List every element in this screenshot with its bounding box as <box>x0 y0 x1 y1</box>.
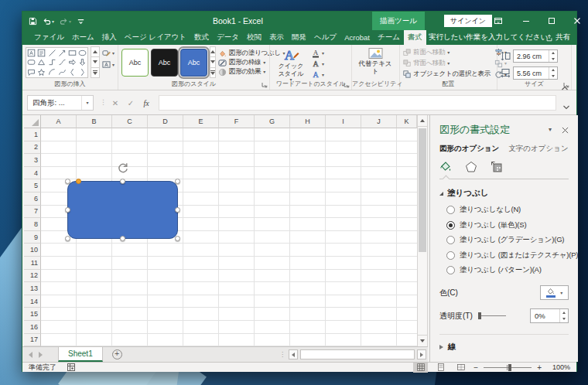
normal-view-button[interactable] <box>413 363 428 373</box>
gallery-scroll-down-button[interactable] <box>91 56 100 67</box>
ribbon-tab[interactable]: ページ レイアウト <box>121 30 190 45</box>
line-arrow-icon[interactable] <box>57 48 67 58</box>
line-icon[interactable] <box>46 48 56 58</box>
alt-text-button[interactable]: 代替テキスト <box>355 47 395 75</box>
bring-forward-button[interactable]: 前面へ移動 ▾ <box>403 48 491 57</box>
tell-me-box[interactable]: 実行したい作業を入力してください <box>419 30 548 45</box>
text-fill-button[interactable]: A ▾ <box>311 49 324 58</box>
transparency-slider-thumb[interactable] <box>478 312 481 319</box>
column-header[interactable]: D <box>148 115 183 128</box>
fill-and-line-icon[interactable] <box>439 161 452 173</box>
row-header[interactable]: 9 <box>24 231 41 244</box>
vertical-text-box-icon[interactable] <box>36 48 46 58</box>
vertical-scrollbar-thumb[interactable] <box>419 128 426 252</box>
cancel-button[interactable]: ✕ <box>108 99 123 107</box>
send-backward-button[interactable]: 背面へ移動 ▾ <box>403 59 491 68</box>
brace-right-icon[interactable] <box>77 67 87 77</box>
shape-style-preset[interactable]: Abc <box>121 49 149 77</box>
transparency-slider[interactable] <box>478 315 506 316</box>
next-sheet-button[interactable] <box>39 352 43 358</box>
row-header[interactable]: 3 <box>24 154 41 167</box>
resize-handle-se[interactable] <box>175 236 180 241</box>
ribbon-tab[interactable]: 挿入 <box>98 30 121 45</box>
fill-option-radio[interactable]: 塗りつぶしなし(N) <box>446 205 569 215</box>
maximize-button[interactable] <box>540 12 563 30</box>
triangle-icon[interactable] <box>36 58 46 68</box>
row-header[interactable]: 17 <box>24 334 41 347</box>
save-button[interactable] <box>29 17 37 26</box>
width-stepper[interactable] <box>549 67 557 79</box>
row-header[interactable]: 15 <box>24 308 41 321</box>
row-header[interactable]: 10 <box>24 244 41 257</box>
brace-left-icon[interactable] <box>67 67 77 77</box>
accessibility-checker-icon[interactable] <box>67 363 75 371</box>
oval-icon[interactable] <box>77 48 87 58</box>
insert-function-button[interactable]: fx <box>138 99 154 107</box>
row-header[interactable]: 8 <box>24 218 41 231</box>
text-outline-button[interactable]: A ▾ <box>311 60 324 69</box>
curved-connector-icon[interactable] <box>57 58 67 68</box>
dialog-launcher-icon[interactable] <box>344 82 350 88</box>
vertical-scrollbar[interactable] <box>417 115 428 346</box>
scroll-right-button[interactable] <box>417 349 426 359</box>
ribbon-tab[interactable]: 開発 <box>288 30 310 45</box>
ribbon-tab[interactable]: ヘルプ <box>310 30 340 45</box>
collapse-ribbon-button[interactable] <box>561 80 569 87</box>
ribbon-tab[interactable]: 表示 <box>265 30 288 45</box>
draw-text-box-button[interactable]: ▾ <box>102 60 115 69</box>
fill-option-radio[interactable]: 塗りつぶし (図またはテクスチャ)(P) <box>446 250 569 261</box>
row-header[interactable]: 16 <box>24 321 41 334</box>
undo-button[interactable]: ▾ <box>43 17 54 26</box>
shape-style-preset[interactable]: Abc <box>151 49 178 77</box>
dialog-launcher-icon[interactable] <box>262 82 268 88</box>
rectangle-icon[interactable] <box>67 48 77 58</box>
zoom-in-button[interactable]: + <box>537 363 542 372</box>
ribbon-tab[interactable]: 数式 <box>190 30 213 45</box>
gallery-more-button[interactable] <box>91 67 100 78</box>
scroll-down-button[interactable] <box>418 335 427 346</box>
transparency-stepper[interactable] <box>559 309 568 322</box>
resize-handle-nw[interactable] <box>65 179 70 184</box>
size-properties-icon[interactable] <box>491 161 503 173</box>
row-header[interactable]: 6 <box>24 192 41 206</box>
column-header[interactable]: E <box>183 115 219 128</box>
column-header[interactable]: K <box>397 115 417 128</box>
star-icon[interactable] <box>36 67 46 77</box>
name-box[interactable]: 四角形: ... ▾ <box>27 95 94 111</box>
zoom-level[interactable]: 100% <box>547 363 570 371</box>
ribbon-tab[interactable]: ホーム <box>68 30 98 45</box>
shape-height-input[interactable]: 2.96 cm <box>513 49 558 63</box>
elbow-connector-icon[interactable] <box>46 58 56 68</box>
fill-option-radio[interactable]: 塗りつぶし (単色)(S) <box>446 220 569 230</box>
ribbon-tab[interactable]: データ <box>213 30 243 45</box>
page-layout-view-button[interactable] <box>433 363 448 373</box>
column-header[interactable]: A <box>41 115 77 128</box>
line-section-header[interactable]: 線 <box>439 334 569 353</box>
customize-quick-access-button[interactable] <box>77 17 85 26</box>
scroll-left-button[interactable] <box>289 349 298 359</box>
arrow-right-icon[interactable] <box>67 58 77 68</box>
select-all-corner[interactable] <box>24 115 41 128</box>
column-header[interactable]: B <box>77 115 112 128</box>
previous-sheet-button[interactable] <box>29 352 32 358</box>
column-header[interactable]: H <box>290 115 326 128</box>
resize-handle-s[interactable] <box>120 236 125 241</box>
ribbon-tab[interactable]: ファイル <box>30 30 68 45</box>
zoom-slider-thumb[interactable] <box>508 364 511 371</box>
row-header[interactable]: 14 <box>24 295 41 308</box>
row-header[interactable]: 4 <box>24 167 41 180</box>
sheet-tab[interactable]: Sheet1 <box>58 347 103 362</box>
rounded-rectangle-icon[interactable] <box>26 58 36 68</box>
edit-shape-button[interactable]: ▾ <box>102 49 115 57</box>
selection-pane-button[interactable]: オブジェクトの選択と表示 <box>403 70 491 79</box>
gallery-scroll-up-button[interactable] <box>210 46 216 57</box>
effects-icon[interactable] <box>465 161 477 173</box>
column-header[interactable]: I <box>326 115 361 128</box>
resize-handle-n[interactable] <box>120 179 125 184</box>
gallery-more-button[interactable] <box>210 67 216 78</box>
ribbon-tab[interactable]: Acrobat <box>340 30 374 45</box>
resize-handle-sw[interactable] <box>65 236 70 241</box>
text-effects-button[interactable]: A ▾ <box>311 70 324 80</box>
transparency-input[interactable]: 0% <box>530 308 569 323</box>
curve-icon[interactable] <box>57 67 67 77</box>
